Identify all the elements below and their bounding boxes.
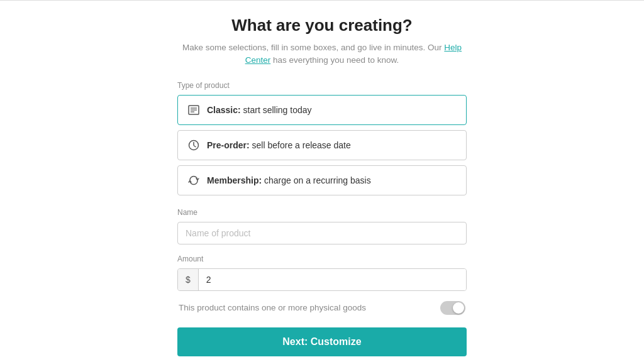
product-type-group: Type of product Classic: start selling t… <box>177 81 467 195</box>
type-of-product-label: Type of product <box>177 81 467 90</box>
classic-icon <box>187 103 201 117</box>
physical-goods-toggle[interactable] <box>440 301 465 315</box>
product-type-classic[interactable]: Classic: start selling today <box>177 95 467 125</box>
product-type-preorder[interactable]: Pre-order: sell before a release date <box>177 130 467 160</box>
amount-prefix: $ <box>178 269 199 290</box>
svg-line-6 <box>194 145 196 147</box>
subtitle-text: Make some selections, fill in some boxes… <box>182 43 444 52</box>
classic-option-text: Classic: start selling today <box>207 105 312 115</box>
amount-group: Amount $ <box>177 255 467 291</box>
next-button[interactable]: Next: Customize <box>177 327 467 356</box>
product-type-membership[interactable]: Membership: charge on a recurring basis <box>177 165 467 195</box>
amount-input[interactable] <box>199 269 466 290</box>
amount-wrapper: $ <box>177 268 467 291</box>
membership-rest: charge on a recurring basis <box>262 175 371 185</box>
preorder-icon <box>187 138 201 152</box>
preorder-option-text: Pre-order: sell before a release date <box>207 140 351 150</box>
membership-bold: Membership: <box>207 175 262 185</box>
subtitle: Make some selections, fill in some boxes… <box>177 41 467 67</box>
classic-bold: Classic: <box>207 105 241 115</box>
subtitle-suffix: has everything you need to know. <box>270 55 399 65</box>
physical-goods-label: This product contains one or more physic… <box>179 303 366 312</box>
preorder-rest: sell before a release date <box>250 140 351 150</box>
main-content: What are you creating? Make some selecti… <box>165 1 479 362</box>
name-label: Name <box>177 208 467 217</box>
amount-label: Amount <box>177 255 467 263</box>
membership-icon <box>187 173 201 187</box>
preorder-bold: Pre-order: <box>207 140 250 150</box>
physical-goods-row: This product contains one or more physic… <box>177 301 467 315</box>
page-title: What are you creating? <box>177 16 467 35</box>
membership-option-text: Membership: charge on a recurring basis <box>207 175 371 185</box>
name-input[interactable] <box>177 222 467 244</box>
toggle-knob <box>453 302 464 314</box>
name-group: Name <box>177 208 467 244</box>
page-wrapper: What are you creating? Make some selecti… <box>0 0 644 362</box>
classic-rest: start selling today <box>241 105 312 115</box>
